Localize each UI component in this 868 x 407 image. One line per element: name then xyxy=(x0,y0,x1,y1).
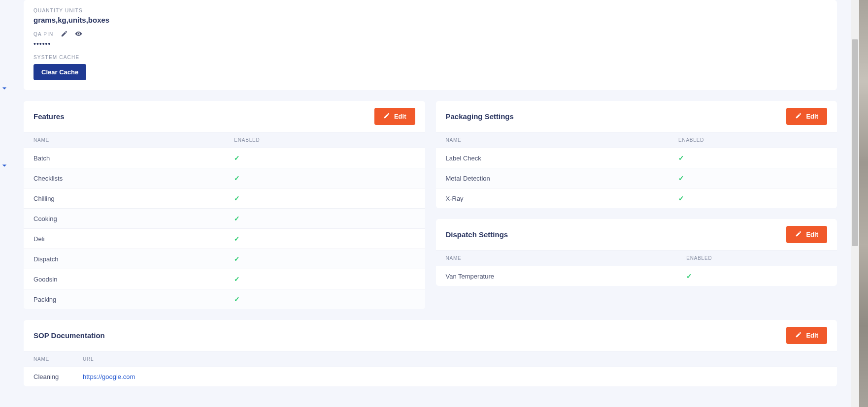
check-icon: ✓ xyxy=(678,174,684,182)
cell-enabled: ✓ xyxy=(224,168,425,188)
table-row: Deli✓ xyxy=(24,229,425,249)
packaging-title: Packaging Settings xyxy=(446,112,514,121)
cell-enabled: ✓ xyxy=(224,188,425,209)
cell-name: Van Temperature xyxy=(436,266,677,286)
table-row: X-Ray✓ xyxy=(436,188,837,209)
cell-enabled: ✓ xyxy=(224,148,425,168)
check-icon: ✓ xyxy=(234,235,240,243)
sop-link[interactable]: https://google.com xyxy=(83,373,135,380)
col-url: URL xyxy=(73,351,837,367)
features-tbody: Batch✓Checklists✓Chilling✓Cooking✓Deli✓D… xyxy=(24,148,425,310)
table-row: Goodsin✓ xyxy=(24,269,425,289)
check-icon: ✓ xyxy=(234,275,240,283)
cell-name: Chilling xyxy=(24,188,224,209)
cell-enabled: ✓ xyxy=(224,249,425,269)
cell-enabled: ✓ xyxy=(224,269,425,289)
packaging-tbody: Label Check✓Metal Detection✓X-Ray✓ xyxy=(436,148,837,209)
cell-name: Label Check xyxy=(436,148,668,168)
table-row: Chilling✓ xyxy=(24,188,425,209)
col-name: NAME xyxy=(24,351,73,367)
sop-card: SOP Documentation Edit NAME URL Cleaning… xyxy=(24,320,837,386)
pencil-icon[interactable] xyxy=(61,30,68,38)
features-card: Features Edit NAME ENABLED xyxy=(24,101,425,309)
cell-name: Cleaning xyxy=(24,367,73,387)
check-icon: ✓ xyxy=(686,272,692,280)
col-name: NAME xyxy=(24,132,224,148)
table-row: Checklists✓ xyxy=(24,168,425,188)
sop-table: NAME URL Cleaninghttps://google.com xyxy=(24,351,837,386)
check-icon: ✓ xyxy=(234,215,240,222)
col-enabled: ENABLED xyxy=(676,250,837,266)
dispatch-tbody: Van Temperature✓ xyxy=(436,266,837,286)
cell-name: Batch xyxy=(24,148,224,168)
sop-title: SOP Documentation xyxy=(33,331,105,340)
cell-name: Packing xyxy=(24,289,224,310)
table-row: Van Temperature✓ xyxy=(436,266,837,286)
check-icon: ✓ xyxy=(234,154,240,162)
pencil-icon xyxy=(795,230,802,239)
scrollbar-track[interactable] xyxy=(851,0,859,407)
edit-label: Edit xyxy=(806,113,818,120)
check-icon: ✓ xyxy=(234,194,240,202)
table-row: Cooking✓ xyxy=(24,209,425,229)
pencil-icon xyxy=(383,112,390,121)
cell-name: Goodsin xyxy=(24,269,224,289)
dispatch-edit-button[interactable]: Edit xyxy=(786,226,827,243)
check-icon: ✓ xyxy=(234,174,240,182)
col-name: NAME xyxy=(436,132,668,148)
cell-name: X-Ray xyxy=(436,188,668,209)
table-row: Label Check✓ xyxy=(436,148,837,168)
features-edit-button[interactable]: Edit xyxy=(374,108,415,125)
cell-name: Dispatch xyxy=(24,249,224,269)
check-icon: ✓ xyxy=(234,255,240,263)
edit-label: Edit xyxy=(806,231,818,238)
check-icon: ✓ xyxy=(678,194,684,202)
features-title: Features xyxy=(33,112,65,121)
quantity-units-value: grams,kg,units,boxes xyxy=(33,16,827,24)
dispatch-title: Dispatch Settings xyxy=(446,230,508,239)
chevron-down-icon[interactable] xyxy=(2,163,7,169)
table-row: Cleaninghttps://google.com xyxy=(24,367,837,387)
left-rail xyxy=(0,0,10,407)
packaging-table: NAME ENABLED Label Check✓Metal Detection… xyxy=(436,132,837,208)
cell-url: https://google.com xyxy=(73,367,837,387)
packaging-edit-button[interactable]: Edit xyxy=(786,108,827,125)
col-enabled: ENABLED xyxy=(668,132,837,148)
check-icon: ✓ xyxy=(678,154,684,162)
edit-label: Edit xyxy=(394,113,406,120)
cell-enabled: ✓ xyxy=(668,168,837,188)
eye-icon[interactable] xyxy=(75,30,82,38)
table-row: Packing✓ xyxy=(24,289,425,310)
cell-name: Deli xyxy=(24,229,224,249)
quantity-units-label: QUANTITY UNITS xyxy=(33,8,827,13)
qa-pin-label: QA PIN xyxy=(33,31,54,37)
cell-enabled: ✓ xyxy=(668,188,837,209)
dispatch-card: Dispatch Settings Edit NAME ENA xyxy=(436,219,837,286)
cell-name: Metal Detection xyxy=(436,168,668,188)
cell-enabled: ✓ xyxy=(224,289,425,310)
col-enabled: ENABLED xyxy=(224,132,425,148)
settings-card: QUANTITY UNITS grams,kg,units,boxes QA P… xyxy=(24,0,837,90)
table-row: Metal Detection✓ xyxy=(436,168,837,188)
pencil-icon xyxy=(795,112,802,121)
cell-enabled: ✓ xyxy=(224,229,425,249)
edit-label: Edit xyxy=(806,332,818,339)
pencil-icon xyxy=(795,331,802,340)
check-icon: ✓ xyxy=(234,295,240,303)
sop-edit-button[interactable]: Edit xyxy=(786,327,827,344)
scrollbar-thumb[interactable] xyxy=(852,39,858,246)
cell-name: Cooking xyxy=(24,209,224,229)
table-row: Batch✓ xyxy=(24,148,425,168)
dispatch-table: NAME ENABLED Van Temperature✓ xyxy=(436,250,837,286)
system-cache-label: SYSTEM CACHE xyxy=(33,55,827,60)
sop-tbody: Cleaninghttps://google.com xyxy=(24,367,837,387)
table-row: Dispatch✓ xyxy=(24,249,425,269)
chevron-down-icon[interactable] xyxy=(2,86,7,92)
clear-cache-button[interactable]: Clear Cache xyxy=(33,64,86,80)
packaging-card: Packaging Settings Edit NAME EN xyxy=(436,101,837,208)
cell-name: Checklists xyxy=(24,168,224,188)
col-name: NAME xyxy=(436,250,677,266)
cell-enabled: ✓ xyxy=(676,266,837,286)
cell-enabled: ✓ xyxy=(224,209,425,229)
cell-enabled: ✓ xyxy=(668,148,837,168)
